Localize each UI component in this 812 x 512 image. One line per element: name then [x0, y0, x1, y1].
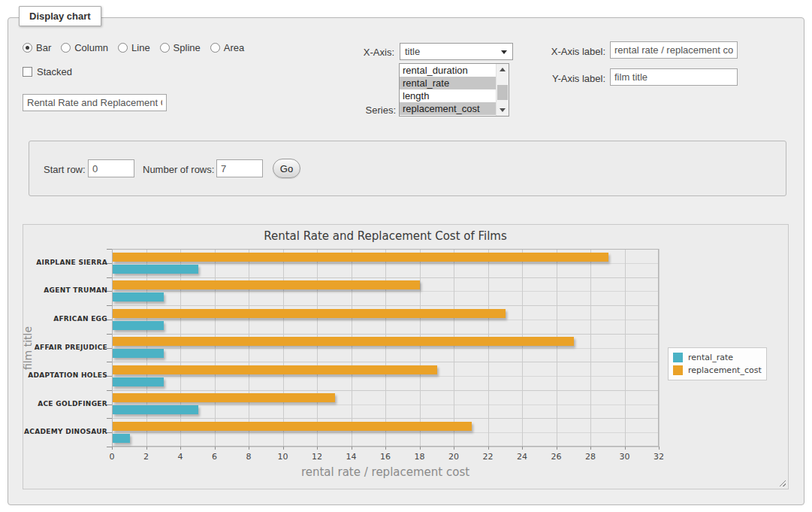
legend-label-replacement_cost: replacement_cost [688, 365, 762, 375]
legend-label-rental_rate: rental_rate [688, 353, 733, 362]
chart-resize-handle[interactable] [777, 478, 786, 486]
bar-rental_rate [113, 349, 164, 358]
chart-type-option-line[interactable]: Line [118, 42, 150, 53]
y-axis-tick-mark [107, 404, 112, 405]
page: Display chart BarColumnLineSplineArea St… [0, 0, 812, 512]
y-axis-title: film title [22, 303, 37, 393]
stacked-label: Stacked [37, 66, 72, 77]
chart-type-option-area[interactable]: Area [210, 42, 244, 53]
chart-title: Rental Rate and Replacement Cost of Film… [112, 229, 659, 243]
x-axis-tick-label: 8 [246, 452, 252, 462]
x-axis-tick-label: 22 [483, 452, 494, 462]
number-of-rows-input[interactable] [216, 159, 263, 177]
y-axis-label-label: Y-Axis label: [541, 73, 605, 84]
x-axis-tick-mark [180, 447, 181, 450]
chart-type-radio-line[interactable] [118, 43, 128, 53]
bar-replacement_cost [113, 309, 506, 318]
scrollbar-up-button[interactable] [497, 64, 509, 75]
legend-swatch-rental_rate [673, 353, 683, 362]
y-axis-tick-mark [107, 348, 112, 349]
y-axis-label-input[interactable] [610, 68, 738, 86]
x-axis-select[interactable]: title [400, 43, 513, 60]
arrow-up-icon [500, 68, 506, 71]
x-axis-tick-label: 12 [312, 452, 322, 462]
y-axis-tick-mark [107, 305, 112, 306]
chart-title-input[interactable] [23, 94, 167, 111]
bar-replacement_cost [113, 365, 437, 374]
x-axis-tick-mark [215, 447, 216, 450]
y-axis-tick-mark [107, 320, 112, 320]
x-axis-tick-label: 14 [346, 452, 357, 462]
x-axis-tick-label: 2 [143, 452, 149, 462]
x-axis-tick-label: 16 [380, 452, 391, 462]
series-list-scrollbar[interactable] [496, 64, 509, 116]
x-axis-tick-label: 0 [110, 452, 115, 462]
y-axis-tick-mark [107, 277, 112, 278]
chart-legend: rental_ratereplacement_cost [668, 347, 767, 380]
legend-row: rental_rate [673, 351, 762, 364]
x-axis-select-label: X-Axis: [338, 47, 394, 58]
chart-type-label: Area [224, 42, 244, 53]
x-axis-tick-mark [420, 447, 421, 450]
y-axis-tick-mark [107, 362, 112, 362]
category-label: AGENT TRUMAN [23, 286, 107, 294]
plot-grid-border [112, 249, 659, 447]
stacked-checkbox[interactable] [23, 67, 32, 77]
chart-type-option-bar[interactable]: Bar [23, 42, 51, 53]
go-button[interactable]: Go [273, 159, 300, 178]
stacked-option[interactable]: Stacked [23, 66, 72, 77]
chart-type-radio-bar[interactable] [23, 43, 32, 53]
bar-rental_rate [113, 321, 164, 330]
chart-container: Rental Rate and Replacement Cost of Film… [23, 224, 789, 489]
x-axis-tick-mark [522, 447, 523, 450]
chart-type-option-column[interactable]: Column [61, 42, 108, 53]
y-axis-tick-mark [107, 249, 112, 250]
x-axis-tick-label: 24 [517, 452, 527, 462]
x-axis-title: rental rate / replacement cost [112, 465, 659, 479]
y-axis-tick-mark [107, 447, 112, 447]
start-row-input[interactable] [88, 159, 134, 177]
x-axis-tick-mark [352, 447, 352, 450]
x-axis-label-input[interactable] [610, 41, 738, 59]
series-option-rental_rate[interactable]: rental_rate [400, 77, 496, 89]
y-axis-tick-mark [107, 376, 112, 377]
chart-type-radio-area[interactable] [210, 43, 220, 53]
category-label: ACE GOLDFINGER [23, 400, 107, 407]
x-axis-tick-mark [590, 447, 591, 450]
chart-type-label: Spline [174, 42, 201, 53]
chart-type-radio-spline[interactable] [160, 43, 170, 53]
chart-type-label: Column [74, 42, 108, 53]
scrollbar-thumb[interactable] [497, 85, 508, 100]
bar-replacement_cost [113, 253, 608, 262]
y-axis-tick-mark [107, 418, 112, 419]
chart-type-label: Bar [36, 42, 51, 53]
chart-type-radio-column[interactable] [61, 43, 71, 53]
x-axis-tick-mark [385, 447, 386, 450]
bar-rental_rate [113, 405, 198, 414]
number-of-rows-label: Number of rows: [143, 164, 214, 175]
x-axis-tick-label: 30 [620, 452, 630, 462]
legend-swatch-replacement_cost [673, 365, 683, 375]
x-axis-tick-mark [283, 447, 284, 450]
chevron-down-icon [501, 50, 507, 54]
bar-replacement_cost [113, 337, 574, 346]
x-axis-tick-mark [625, 447, 626, 450]
series-option-rental_duration[interactable]: rental_duration [400, 64, 496, 77]
series-multiselect[interactable]: rental_durationrental_ratelengthreplacem… [399, 63, 509, 117]
scrollbar-down-button[interactable] [497, 105, 509, 116]
chart-type-option-spline[interactable]: Spline [160, 42, 201, 53]
go-button-label: Go [280, 163, 293, 174]
series-option-replacement_cost[interactable]: replacement_cost [400, 102, 496, 115]
fieldset-legend: Display chart [19, 6, 101, 26]
x-axis-tick-mark [249, 447, 249, 450]
x-axis-tick-mark [146, 447, 147, 450]
y-axis-tick-mark [107, 334, 112, 335]
y-axis-tick-mark [107, 291, 112, 292]
x-axis-label-label: X-Axis label: [541, 46, 605, 57]
x-axis-selected-value: title [405, 46, 420, 57]
x-axis-tick-mark [659, 447, 660, 450]
y-axis-tick-mark [107, 390, 112, 391]
series-option-length[interactable]: length [400, 89, 496, 102]
category-label: AIRPLANE SIERRA [23, 259, 107, 266]
bar-replacement_cost [113, 280, 420, 289]
